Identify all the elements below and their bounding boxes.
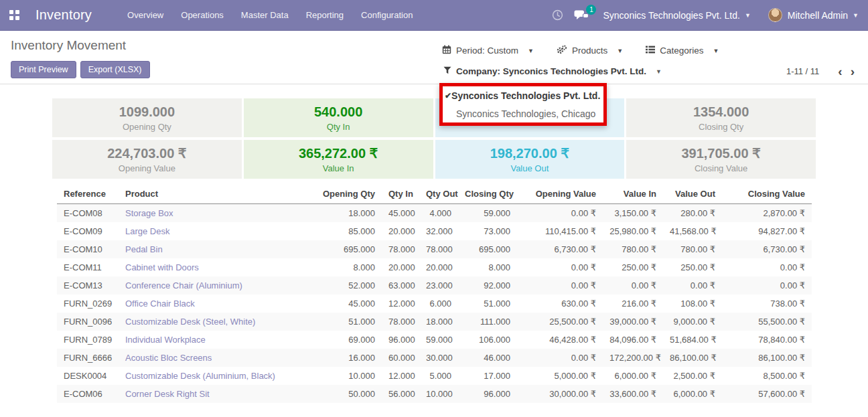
messages-icon[interactable]: 1	[574, 9, 589, 21]
cell-qty-out: 23.000	[419, 276, 458, 295]
pager-next-button[interactable]: ›	[847, 65, 859, 78]
cell-product: Cabinet with Doors	[119, 258, 308, 276]
cell-qty-out: 6.000	[419, 295, 458, 313]
period-filter-dropdown[interactable]: Period: Custom▼	[442, 45, 534, 56]
cell-qty-out: 5.000	[419, 367, 458, 385]
menu-item-overview[interactable]: Overview	[119, 5, 172, 25]
cell-closing-value: 0.00 ₹	[722, 258, 812, 276]
cell-reference: E-COM11	[57, 258, 119, 276]
product-link[interactable]: Individual Workplace	[125, 335, 206, 345]
company-dropdown-menu: ✔Synconics Technologies Pvt. Ltd.Synconi…	[439, 83, 607, 126]
cell-closing-value: 8,500.00 ₹	[722, 367, 812, 385]
cell-opening-qty: 18.000	[308, 204, 382, 223]
menu-item-reporting[interactable]: Reporting	[297, 5, 352, 25]
product-link[interactable]: Office Chair Black	[125, 299, 195, 309]
print-preview-button[interactable]: Print Preview	[11, 61, 76, 78]
cell-closing-value: 55,500.00 ₹	[722, 313, 812, 331]
cell-product: Customizable Desk (Steel, White)	[119, 313, 308, 331]
cell-closing-value: 86,100.00 ₹	[722, 349, 812, 367]
menu-item-operations[interactable]: Operations	[172, 5, 232, 25]
export-xlsx-button[interactable]: Export (XLSX)	[80, 61, 150, 78]
cell-closing-value: 738.00 ₹	[722, 295, 812, 313]
summary-cards-qty-row: 1099.000Opening Qty540.000Qty InQty Out1…	[52, 98, 816, 137]
product-link[interactable]: Storage Box	[125, 208, 173, 218]
product-link[interactable]: Customizable Desk (Steel, White)	[125, 317, 255, 327]
user-menu[interactable]: Mitchell Admin ▼	[768, 8, 859, 22]
cell-value-out: 41,568.00 ₹	[663, 222, 722, 240]
product-link[interactable]: Customizable Desk (Aluminium, Black)	[125, 371, 275, 381]
column-header-value-in: Value In	[603, 185, 663, 204]
product-link[interactable]: Corner Desk Right Sit	[125, 389, 210, 399]
cell-qty-in: 12.000	[382, 367, 419, 385]
company-dropdown-item-label: Synconics Technologies, Chicago	[456, 108, 595, 119]
cell-reference: DESK0004	[57, 367, 119, 385]
cell-closing-qty: 51.000	[458, 295, 517, 313]
chevron-down-icon: ▼	[853, 12, 859, 19]
chevron-down-icon: ▼	[617, 48, 623, 54]
product-link[interactable]: Cabinet with Doors	[125, 262, 199, 272]
cell-value-out: 86,100.00 ₹	[663, 349, 722, 367]
apps-menu-icon[interactable]	[9, 10, 19, 20]
cell-reference: E-COM10	[57, 240, 119, 258]
cell-closing-qty: 17.000	[458, 367, 517, 385]
product-link[interactable]: Acoustic Bloc Screens	[125, 353, 212, 363]
cell-value-out: 250.00 ₹	[663, 258, 722, 276]
company-dropdown-item[interactable]: ✔Synconics Technologies Pvt. Ltd.	[443, 86, 603, 104]
cell-qty-out: 10.000	[419, 385, 458, 403]
cogs-icon	[557, 45, 567, 56]
summary-card-value: 224,703.00 ₹	[107, 146, 186, 161]
summary-card-value: 365,272.00 ₹	[299, 146, 378, 161]
cell-opening-value: 0.00 ₹	[517, 258, 603, 276]
table-row: E-COM10Pedal Bin695.00078.00078.000695.0…	[57, 240, 812, 258]
product-link[interactable]: Conference Chair (Aluminium)	[125, 280, 242, 290]
product-link[interactable]: Pedal Bin	[125, 244, 163, 254]
summary-card-opening-value: 224,703.00 ₹Opening Value	[52, 140, 242, 179]
company-dropdown-item-label: Synconics Technologies Pvt. Ltd.	[451, 90, 600, 101]
cell-qty-in: 96.000	[382, 331, 419, 349]
cell-qty-out: 32.000	[419, 222, 458, 240]
summary-card-value: 391,705.00 ₹	[681, 146, 760, 161]
cell-opening-qty: 10.000	[308, 367, 382, 385]
company-switcher-menu[interactable]: Synconics Technologies Pvt. Ltd. ▼	[603, 10, 750, 21]
summary-card-label: Closing Qty	[699, 122, 743, 132]
pager-range[interactable]: 1-11 / 11	[786, 66, 819, 76]
product-link[interactable]: Large Desk	[125, 226, 169, 236]
table-row: DESK0004Customizable Desk (Aluminium, Bl…	[57, 367, 812, 385]
cell-qty-in: 20.000	[382, 258, 419, 276]
summary-card-value: 540.000	[314, 104, 362, 119]
menu-item-master-data[interactable]: Master Data	[232, 5, 297, 25]
company-filter-dropdown[interactable]: Company: Synconics Technologies Pvt. Ltd…	[443, 66, 662, 76]
cell-closing-qty: 8.000	[458, 258, 517, 276]
summary-card-label: Opening Value	[119, 163, 175, 173]
table-row: E-COM13Conference Chair (Aluminium)52.00…	[57, 276, 812, 295]
cell-product: Individual Workplace	[119, 331, 308, 349]
page-title: Inventory Movement	[11, 38, 126, 53]
activities-clock-icon[interactable]	[552, 9, 563, 21]
cell-closing-qty: 111.000	[458, 313, 517, 331]
control-panel: Inventory Movement Print Preview Export …	[0, 31, 868, 84]
cell-value-in: 216.00 ₹	[603, 295, 663, 313]
filter-funnel-icon	[443, 66, 451, 76]
cell-value-in: 6,000.00 ₹	[603, 367, 663, 385]
cell-opening-value: 30,000.00 ₹	[517, 385, 603, 403]
cell-value-out: 51,684.00 ₹	[663, 331, 722, 349]
message-count-badge: 1	[586, 5, 596, 15]
company-switcher-label: Synconics Technologies Pvt. Ltd.	[603, 10, 739, 21]
cell-closing-value: 6,730.00 ₹	[722, 240, 812, 258]
cell-product: Storage Box	[119, 204, 308, 223]
summary-card-label: Opening Qty	[123, 122, 171, 132]
menu-item-configuration[interactable]: Configuration	[352, 5, 421, 25]
cell-value-in: 84,096.00 ₹	[603, 331, 663, 349]
summary-cards-value-row: 224,703.00 ₹Opening Value365,272.00 ₹Val…	[52, 140, 816, 179]
company-dropdown-item[interactable]: Synconics Technologies, Chicago	[443, 104, 603, 122]
cell-opening-qty: 50.000	[308, 385, 382, 403]
cell-reference: FURN_6666	[57, 349, 119, 367]
top-navbar: Inventory OverviewOperationsMaster DataR…	[0, 0, 868, 31]
cell-product: Pedal Bin	[119, 240, 308, 258]
products-filter-dropdown[interactable]: Products▼	[557, 45, 623, 56]
cell-value-out: 280.00 ₹	[663, 204, 722, 223]
pager-previous-button[interactable]: ‹	[834, 65, 846, 78]
categories-filter-dropdown[interactable]: Categories▼	[646, 46, 719, 56]
cell-value-in: 250.00 ₹	[603, 258, 663, 276]
filters-row: Period: Custom▼Products▼Categories▼	[442, 45, 719, 56]
